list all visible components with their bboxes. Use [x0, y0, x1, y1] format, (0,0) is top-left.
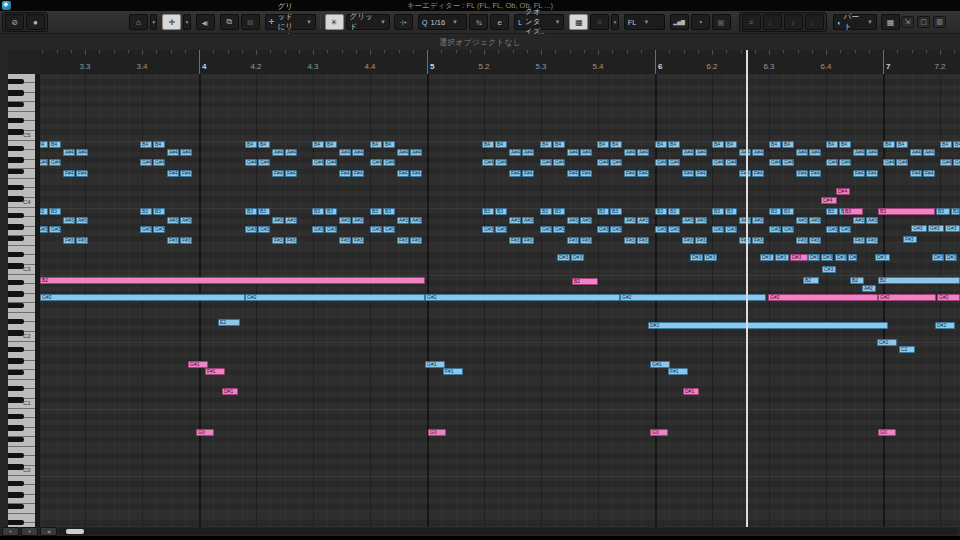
midi-note[interactable]: B4 [258, 141, 270, 148]
length-quantize-dropdown[interactable]: L クオンタイズ.. ▼ [514, 14, 564, 30]
midi-note[interactable]: G#4 [482, 159, 494, 166]
midi-note[interactable]: G0 [196, 429, 214, 436]
midi-note[interactable]: G#4 [826, 159, 838, 166]
midi-note[interactable]: F#4 [923, 170, 935, 177]
midi-note[interactable]: G#4 [553, 159, 565, 166]
midi-note[interactable]: B3 [370, 208, 382, 215]
midi-note[interactable]: F#4 [522, 170, 534, 177]
piano-key-black[interactable] [8, 236, 24, 241]
tool-caret[interactable]: ▼ [183, 14, 190, 30]
scroll-left-button[interactable]: ◀ [40, 527, 57, 536]
midi-note[interactable]: G#3 [40, 226, 48, 233]
midi-note[interactable]: B4 [782, 141, 794, 148]
midi-note[interactable]: A#4 [397, 149, 409, 156]
midi-note[interactable]: C#4 [821, 197, 837, 204]
midi-note[interactable]: G#4 [725, 159, 737, 166]
midi-note[interactable]: D#4 [836, 188, 850, 195]
midi-note[interactable]: A#3 [509, 217, 521, 224]
midi-note[interactable]: G#4 [668, 159, 680, 166]
midi-note[interactable]: D#3 [848, 254, 857, 261]
midi-note[interactable]: D#2 [648, 322, 888, 329]
midi-input-button[interactable]: ≡ [590, 14, 609, 30]
midi-note[interactable]: B4 [495, 141, 507, 148]
piano-key-black[interactable] [8, 224, 24, 229]
midi-note[interactable]: G#3 [668, 226, 680, 233]
midi-note[interactable]: A#3 [567, 217, 579, 224]
midi-note[interactable]: G#3 [383, 226, 395, 233]
midi-note[interactable]: G#4 [940, 159, 952, 166]
midi-note[interactable]: B3 [258, 208, 270, 215]
scrollbar-thumb[interactable] [66, 529, 84, 534]
midi-note[interactable]: B3 [325, 208, 337, 215]
midi-note[interactable]: F#3 [624, 237, 636, 244]
midi-note[interactable]: F#3 [167, 237, 179, 244]
midi-note[interactable]: B3 [153, 208, 165, 215]
midi-note[interactable]: F#1 [205, 368, 225, 375]
midi-note[interactable]: G#4 [597, 159, 609, 166]
midi-note[interactable]: B3 [40, 208, 48, 215]
midi-note[interactable]: F#3 [580, 237, 592, 244]
midi-note[interactable]: B3 [655, 208, 667, 215]
midi-note[interactable]: G#4 [383, 159, 395, 166]
midi-note[interactable]: A#3 [796, 217, 808, 224]
timeline-ruler[interactable]: 3.33.444.24.34.455.25.35.466.26.36.477.2 [40, 50, 960, 75]
midi-note[interactable]: F#3 [397, 237, 409, 244]
midi-note[interactable]: D#3 [808, 254, 820, 261]
midi-note[interactable]: B3 [826, 208, 838, 215]
midi-note[interactable]: A#2 [862, 285, 876, 292]
midi-note[interactable]: B4 [370, 141, 382, 148]
midi-note[interactable]: A#4 [410, 149, 422, 156]
midi-note[interactable]: G#3 [655, 226, 667, 233]
midi-note[interactable]: F#4 [637, 170, 649, 177]
midi-note[interactable]: A#4 [866, 149, 878, 156]
midi-note[interactable]: F#1 [443, 368, 463, 375]
midi-note[interactable]: G#4 [245, 159, 257, 166]
midi-note[interactable]: A#4 [752, 149, 764, 156]
midi-note[interactable]: F#4 [567, 170, 579, 177]
midi-note[interactable]: G#4 [953, 159, 960, 166]
midi-note[interactable]: B4 [668, 141, 680, 148]
midi-note[interactable]: B3 [936, 208, 950, 215]
midi-note[interactable]: F#3 [352, 237, 364, 244]
midi-note[interactable]: G#4 [883, 159, 895, 166]
midi-note[interactable]: F#4 [352, 170, 364, 177]
midi-note[interactable]: G#2 [425, 294, 620, 301]
midi-note[interactable]: B4 [725, 141, 737, 148]
midi-note[interactable]: G#3 [49, 226, 61, 233]
midi-note[interactable]: A#4 [76, 149, 88, 156]
midi-note[interactable]: G#1 [650, 361, 670, 368]
piano-key-black[interactable] [8, 358, 24, 363]
solo-editor-button[interactable]: ⊘ [5, 14, 24, 30]
midi-note[interactable]: G#3 [245, 226, 257, 233]
piano-key-black[interactable] [8, 397, 24, 402]
midi-note[interactable]: G#3 [553, 226, 565, 233]
midi-note[interactable]: F#4 [180, 170, 192, 177]
midi-note[interactable]: G#1 [188, 361, 208, 368]
midi-note[interactable]: G#4 [325, 159, 337, 166]
horizontal-scrollbar[interactable] [59, 528, 958, 535]
midi-note[interactable]: B4 [540, 141, 552, 148]
edit-mode-dropdown[interactable]: ◖ パート ▼ [833, 14, 877, 30]
piano-key-black[interactable] [8, 414, 24, 419]
midi-note[interactable]: B3 [782, 208, 794, 215]
insert-icon-0[interactable]: ≠ [742, 14, 761, 30]
note-grid[interactable]: B4B4A#4A#4G#4G#4F#4F#4B4B4A#4A#4G#4G#4F#… [40, 74, 960, 527]
midi-note[interactable]: G#4 [839, 159, 851, 166]
midi-note[interactable]: A#4 [910, 149, 922, 156]
triplet-quantize-button[interactable]: ¾ [469, 14, 488, 30]
midi-note[interactable]: D#3 [945, 254, 957, 261]
piano-display-button[interactable]: ▦ [881, 14, 900, 30]
midi-note[interactable]: B3 [482, 208, 494, 215]
midi-note[interactable]: F#4 [410, 170, 422, 177]
midi-note[interactable]: G#4 [370, 159, 382, 166]
quantize-preset-dropdown[interactable]: Q 1/16 ▼ [418, 14, 467, 30]
midi-note[interactable]: C#3 [822, 266, 836, 273]
midi-note[interactable]: B3 [312, 208, 324, 215]
midi-note[interactable]: F#3 [903, 236, 917, 243]
midi-note[interactable]: G#4 [610, 159, 622, 166]
midi-note[interactable]: F#3 [739, 237, 751, 244]
midi-note[interactable]: F#3 [76, 237, 88, 244]
midi-note[interactable]: G#3 [769, 226, 781, 233]
midi-note[interactable]: A#4 [809, 149, 821, 156]
midi-note[interactable]: A#4 [853, 149, 865, 156]
